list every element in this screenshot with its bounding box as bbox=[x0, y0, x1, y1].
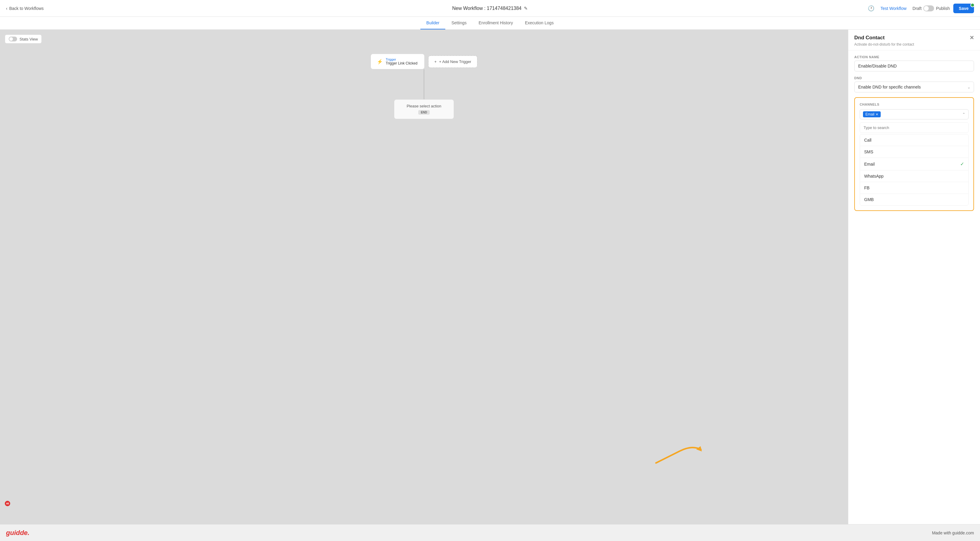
right-panel: Dnd Contact ✕ Activate do-not-disturb fo… bbox=[848, 30, 980, 524]
panel-close-button[interactable]: ✕ bbox=[969, 35, 974, 41]
action-node[interactable]: Please select action END bbox=[394, 99, 454, 119]
panel-title-row: Dnd Contact ✕ bbox=[854, 35, 974, 41]
email-chip-label: Email bbox=[865, 112, 874, 116]
draft-toggle-area: Draft Publish bbox=[913, 5, 950, 11]
channel-fb-label: FB bbox=[864, 185, 870, 190]
stats-view-toggle[interactable]: Stats View bbox=[5, 35, 42, 43]
panel-body: ACTION NAME DND Enable DND for specific … bbox=[848, 50, 980, 97]
back-to-workflows-link[interactable]: ‹ Back to Workflows bbox=[6, 6, 44, 11]
workflow-title-text: New Workflow : 1714748421384 bbox=[452, 6, 522, 11]
dnd-select[interactable]: Enable DND for specific channels bbox=[854, 82, 974, 92]
nav-tabs: Builder Settings Enrollment History Exec… bbox=[0, 17, 980, 30]
dnd-label: DND bbox=[854, 76, 974, 80]
action-name-label: ACTION NAME bbox=[854, 55, 974, 59]
channel-whatsapp-label: WhatsApp bbox=[864, 174, 884, 178]
channel-item-sms[interactable]: SMS bbox=[860, 146, 968, 158]
back-chevron-icon: ‹ bbox=[6, 6, 8, 11]
channels-chips-area: Email ✕ bbox=[863, 111, 881, 117]
end-badge: END bbox=[418, 110, 430, 115]
channels-select-box[interactable]: Email ✕ ⌃ bbox=[860, 109, 969, 119]
guidde-logo: guidde. bbox=[6, 529, 29, 537]
channels-label: CHANNELS bbox=[860, 103, 969, 106]
channel-email-check-icon: ✓ bbox=[960, 161, 964, 167]
action-label: Please select action bbox=[407, 104, 441, 108]
tab-builder[interactable]: Builder bbox=[420, 17, 445, 29]
panel-title-text: Dnd Contact bbox=[854, 35, 885, 41]
tab-execution-logs[interactable]: Execution Logs bbox=[519, 17, 560, 29]
panel-header: Dnd Contact ✕ Activate do-not-disturb fo… bbox=[848, 30, 980, 50]
edit-title-icon[interactable]: ✎ bbox=[524, 6, 528, 11]
channels-section: CHANNELS Email ✕ ⌃ Call bbox=[854, 97, 974, 211]
notification-badge[interactable]: 46 bbox=[5, 501, 10, 506]
trigger-row: ⚡ Trigger Trigger Link Clicked + + Add N… bbox=[371, 54, 478, 69]
trigger-node-icon: ⚡ bbox=[377, 59, 383, 65]
workflow-canvas[interactable]: Stats View ⚡ Trigger Trigger Link Clicke… bbox=[0, 30, 848, 524]
draft-label: Draft bbox=[913, 6, 921, 11]
channel-item-email[interactable]: Email ✓ bbox=[860, 158, 968, 170]
trigger-node[interactable]: ⚡ Trigger Trigger Link Clicked bbox=[371, 54, 425, 69]
tab-enrollment-history[interactable]: Enrollment History bbox=[473, 17, 519, 29]
history-icon[interactable]: 🕐 bbox=[868, 5, 874, 12]
publish-label: Publish bbox=[936, 6, 950, 11]
channel-item-gmb[interactable]: GMB bbox=[860, 194, 968, 205]
channels-list: Call SMS Email ✓ WhatsApp FB GMB bbox=[860, 134, 969, 205]
tab-settings[interactable]: Settings bbox=[445, 17, 473, 29]
dnd-select-wrapper: Enable DND for specific channels bbox=[854, 82, 974, 92]
test-workflow-button[interactable]: Test Workflow bbox=[878, 4, 909, 13]
channels-dropdown-caret-icon: ⌃ bbox=[962, 112, 965, 116]
main-content: Stats View ⚡ Trigger Trigger Link Clicke… bbox=[0, 30, 980, 524]
save-button[interactable]: Save bbox=[953, 3, 974, 13]
email-chip-close-icon[interactable]: ✕ bbox=[876, 113, 878, 116]
action-name-field-group: ACTION NAME bbox=[854, 55, 974, 72]
header-right-actions: 🕐 Test Workflow Draft Publish Save bbox=[868, 3, 974, 13]
trigger-label: Trigger bbox=[386, 57, 418, 61]
channel-item-call[interactable]: Call bbox=[860, 134, 968, 146]
dnd-field-group: DND Enable DND for specific channels bbox=[854, 76, 974, 92]
stats-view-label: Stats View bbox=[19, 37, 38, 41]
channel-sms-label: SMS bbox=[864, 150, 873, 154]
footer: guidde. Made with guidde.com bbox=[0, 524, 980, 541]
trigger-name: Trigger Link Clicked bbox=[386, 61, 418, 65]
email-chip[interactable]: Email ✕ bbox=[863, 111, 881, 117]
channels-search-area bbox=[860, 123, 969, 133]
channel-email-label: Email bbox=[864, 162, 875, 167]
action-name-input[interactable] bbox=[854, 60, 974, 72]
add-trigger-node[interactable]: + + Add New Trigger bbox=[428, 56, 478, 68]
footer-credit: Made with guidde.com bbox=[932, 530, 974, 535]
add-trigger-plus-icon: + bbox=[434, 59, 437, 64]
workflow-title-area: New Workflow : 1714748421384 ✎ bbox=[452, 6, 528, 11]
channel-call-label: Call bbox=[864, 138, 871, 143]
panel-subtitle: Activate do-not-disturb for the contact bbox=[854, 42, 974, 46]
channel-item-fb[interactable]: FB bbox=[860, 182, 968, 194]
channels-search-input[interactable] bbox=[860, 123, 968, 133]
channel-gmb-label: GMB bbox=[864, 197, 874, 202]
stats-toggle-switch[interactable] bbox=[9, 37, 17, 41]
connector-line-1 bbox=[424, 69, 424, 81]
workflow-nodes-container: ⚡ Trigger Trigger Link Clicked + + Add N… bbox=[349, 54, 499, 119]
trigger-text-block: Trigger Trigger Link Clicked bbox=[386, 57, 418, 65]
add-trigger-label: + Add New Trigger bbox=[439, 59, 471, 64]
notification-badge-area: 46 bbox=[5, 501, 10, 506]
draft-toggle-switch[interactable] bbox=[923, 5, 934, 11]
header: ‹ Back to Workflows New Workflow : 17147… bbox=[0, 0, 980, 17]
back-label: Back to Workflows bbox=[9, 6, 44, 11]
connector-line-2 bbox=[424, 81, 424, 99]
channel-item-whatsapp[interactable]: WhatsApp bbox=[860, 170, 968, 182]
